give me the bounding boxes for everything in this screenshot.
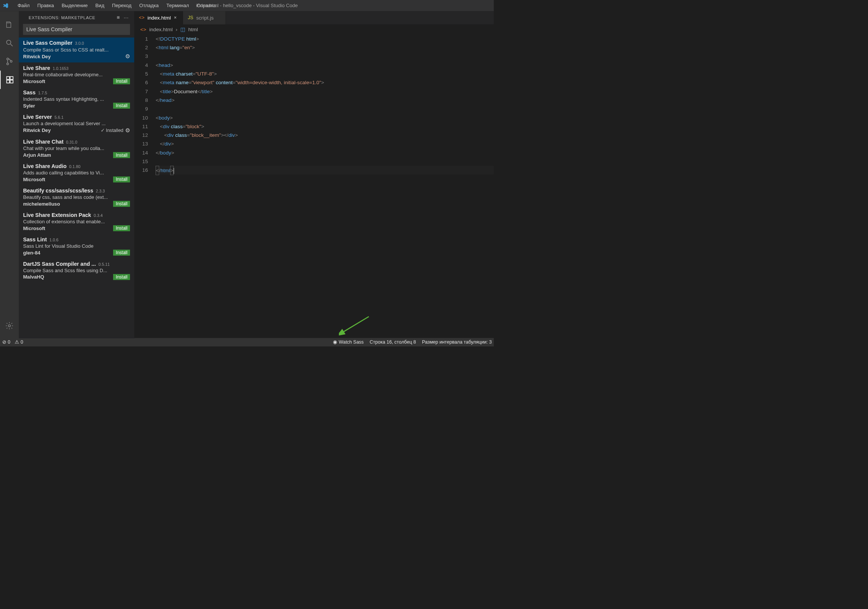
extension-version: 1.0.6	[50, 238, 59, 242]
extension-version: 1.0.1653	[53, 66, 68, 71]
search-icon[interactable]	[0, 34, 19, 52]
breadcrumb-node: html	[188, 26, 198, 32]
extensions-panel: EXTENSIONS: MARKETPLACE ≡ ··· Live Sass …	[19, 11, 134, 338]
close-icon[interactable]: ×	[174, 15, 178, 21]
source-control-icon[interactable]	[0, 52, 19, 71]
menu-файл[interactable]: Файл	[14, 3, 33, 8]
extension-item[interactable]: Live Share Extension Pack 0.3.4 Collecti…	[19, 210, 134, 234]
chevron-right-icon: ›	[175, 26, 177, 32]
explorer-icon[interactable]	[0, 16, 19, 34]
menu-выделение[interactable]: Выделение	[58, 3, 92, 8]
extension-version: 3.0.0	[75, 41, 84, 46]
extension-name: Live Server	[23, 114, 52, 120]
installed-label: ✓ Installed	[101, 127, 123, 133]
extension-name: Live Sass Compiler	[23, 40, 72, 46]
extension-description: Collection of extensions that enable...	[23, 219, 130, 224]
install-button[interactable]: Install	[113, 103, 130, 109]
install-button[interactable]: Install	[113, 274, 130, 280]
watch-sass-button[interactable]: ◉ Watch Sass	[333, 339, 364, 345]
extension-version: 0.3.4	[93, 213, 102, 218]
tab-index-html[interactable]: <> index.html ×	[134, 11, 183, 25]
extension-name: Sass Lint	[23, 236, 46, 243]
panel-title: EXTENSIONS: MARKETPLACE	[29, 15, 115, 20]
extension-description: Sass Lint for Visual Studio Code	[23, 243, 130, 249]
extension-description: Real-time collaborative developme...	[23, 72, 130, 78]
install-button[interactable]: Install	[113, 176, 130, 182]
extension-item[interactable]: Sass 1.7.5 Indented Sass syntax Highligh…	[19, 87, 134, 111]
extension-item[interactable]: Live Share Chat 0.31.0 Chat with your te…	[19, 136, 134, 160]
extension-item[interactable]: Live Share 1.0.1653 Real-time collaborat…	[19, 62, 134, 87]
extension-version: 5.6.1	[54, 115, 64, 120]
extension-description: Beautify css, sass and less code (ext...	[23, 194, 130, 200]
window-title: index.html - hello_vscode - Visual Studi…	[196, 3, 298, 8]
node-icon: ◫	[180, 26, 185, 32]
install-button[interactable]: Install	[113, 201, 130, 207]
extension-description: Launch a development local Server ...	[23, 121, 130, 126]
extension-name: Live Share Extension Pack	[23, 212, 91, 218]
extension-item[interactable]: Live Server 5.6.1 Launch a development l…	[19, 111, 134, 137]
settings-gear-icon[interactable]	[0, 317, 19, 335]
extension-author: Microsoft	[23, 225, 45, 231]
extension-item[interactable]: Live Sass Compiler 3.0.0 Compile Sass or…	[19, 37, 134, 63]
more-icon[interactable]: ···	[122, 15, 130, 21]
error-icon: ⊘	[2, 339, 6, 345]
extension-version: 0.31.0	[66, 140, 78, 145]
html-file-icon: <>	[139, 15, 145, 21]
menu-вид[interactable]: Вид	[92, 3, 108, 8]
extension-version: 0.1.80	[69, 165, 81, 169]
tab-bar: <> index.html × JS script.js	[134, 11, 494, 25]
vscode-icon	[2, 2, 9, 9]
extension-author: glen-84	[23, 250, 40, 255]
code-content[interactable]: <!DOCTYPE html><html lang="en"> <head> <…	[155, 34, 494, 338]
extension-version: 1.7.5	[38, 91, 47, 95]
extension-author: Microsoft	[23, 177, 45, 182]
extension-name: Live Share Audio	[23, 163, 67, 169]
menu-переход[interactable]: Переход	[108, 3, 135, 8]
panel-header: EXTENSIONS: MARKETPLACE ≡ ···	[19, 11, 134, 24]
svg-point-0	[6, 40, 11, 44]
errors-item[interactable]: ⊘ 0 ⚠ 0	[2, 339, 23, 345]
extension-name: Sass	[23, 90, 35, 96]
extension-item[interactable]: Beautify css/sass/scss/less 2.3.3 Beauti…	[19, 185, 134, 210]
extensions-icon[interactable]	[0, 71, 19, 89]
tab-label: script.js	[196, 15, 214, 21]
breadcrumb[interactable]: <> index.html › ◫ html	[134, 25, 494, 34]
gear-icon[interactable]: ⚙	[125, 127, 130, 134]
extension-name: Live Share	[23, 65, 50, 71]
tab-script-js[interactable]: JS script.js	[183, 11, 226, 25]
cursor-position[interactable]: Строка 16, столбец 8	[370, 339, 416, 345]
menubar: ФайлПравкаВыделениеВидПереходОтладкаТерм…	[0, 0, 494, 11]
extension-description: Compile Sass or Scss to CSS at realt...	[23, 47, 130, 53]
install-button[interactable]: Install	[113, 152, 130, 158]
svg-rect-5	[10, 77, 13, 80]
extension-item[interactable]: DartJS Sass Compiler and ... 0.5.11 Comp…	[19, 258, 134, 283]
extension-author: MalvaHQ	[23, 274, 44, 280]
extension-search-input[interactable]	[23, 24, 130, 35]
code-editor[interactable]: 12345678910111213141516 <!DOCTYPE html><…	[134, 34, 494, 338]
filter-icon[interactable]: ≡	[115, 15, 122, 21]
warning-icon: ⚠	[15, 339, 19, 345]
menu-правка[interactable]: Правка	[33, 3, 58, 8]
svg-point-2	[7, 63, 9, 65]
extension-version: 2.3.3	[96, 189, 105, 194]
extension-name: Live Share Chat	[23, 139, 64, 145]
extension-item[interactable]: Live Share Audio 0.1.80 Adds audio calli…	[19, 160, 134, 185]
extension-item[interactable]: Sass Lint 1.0.6 Sass Lint for Visual Stu…	[19, 234, 134, 258]
extension-list: Live Sass Compiler 3.0.0 Compile Sass or…	[19, 37, 134, 338]
extension-name: DartJS Sass Compiler and ...	[23, 261, 96, 267]
svg-point-1	[7, 58, 9, 60]
svg-rect-4	[6, 77, 9, 80]
install-button[interactable]: Install	[113, 225, 130, 231]
gear-icon[interactable]: ⚙	[125, 53, 130, 60]
menu-терминал[interactable]: Терминал	[162, 3, 193, 8]
editor: <> index.html × JS script.js <> index.ht…	[134, 11, 494, 338]
extension-description: Indented Sass syntax Highlighting, ...	[23, 96, 130, 102]
extension-author: Ritwick Dey	[23, 127, 50, 133]
extension-author: michelemelluso	[23, 201, 60, 207]
menu-отладка[interactable]: Отладка	[135, 3, 162, 8]
extension-version: 0.5.11	[98, 262, 110, 267]
install-button[interactable]: Install	[113, 78, 130, 84]
line-gutter: 12345678910111213141516	[134, 34, 155, 338]
tab-size[interactable]: Размер интервала табуляции: 3	[422, 339, 492, 345]
install-button[interactable]: Install	[113, 250, 130, 256]
